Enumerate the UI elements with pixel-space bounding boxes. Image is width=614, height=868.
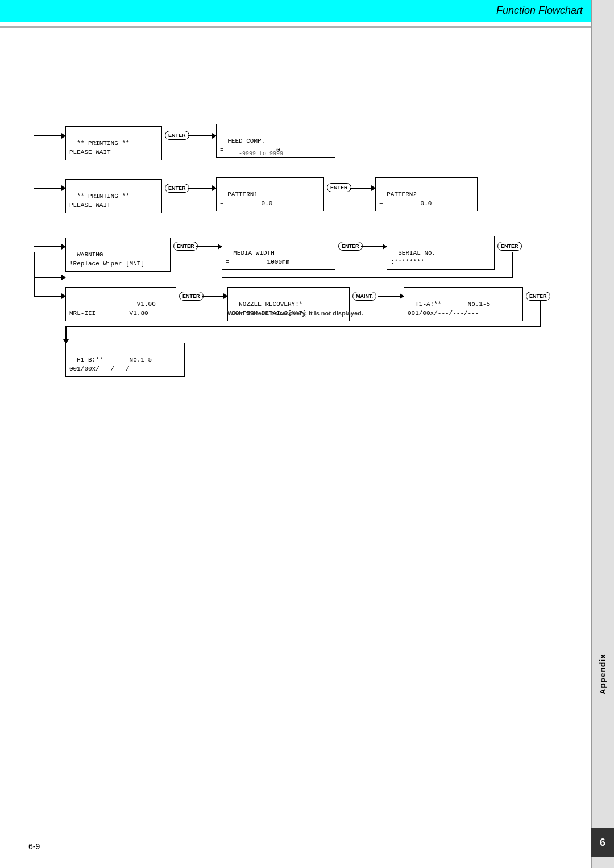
arrow-row1-to-box1 bbox=[34, 135, 65, 136]
divider-line bbox=[0, 26, 591, 28]
appendix-number-box: 6 bbox=[591, 828, 614, 857]
box-row3-mediawidth: MEDIA WIDTH = 1000mm bbox=[222, 236, 335, 270]
appendix-text: Appendix bbox=[598, 654, 607, 695]
box-row2-printing: ** PRINTING ** PLEASE WAIT bbox=[65, 179, 162, 213]
enter-btn-row3-after-serial[interactable]: ENTER bbox=[497, 242, 522, 251]
connector-row3-left bbox=[222, 277, 513, 278]
box-row4-h1a: H1-A:** No.1-5 001/00x/---/---/--- bbox=[404, 287, 523, 321]
enter-btn-row4[interactable]: ENTER bbox=[179, 292, 204, 301]
page-number: 6-9 bbox=[28, 842, 40, 851]
arrow-row3-enter-box2 bbox=[196, 246, 222, 247]
box-row5-h1b: H1-B:** No.1-5 001/00x/---/---/--- bbox=[65, 343, 185, 377]
connector-row4-left bbox=[65, 326, 541, 327]
box-row2-pattern2: PATTERN2 = 0.0 bbox=[375, 177, 478, 211]
enter-btn-row4-h1a[interactable]: ENTER bbox=[526, 292, 550, 301]
enter-btn-row3[interactable]: ENTER bbox=[173, 242, 198, 251]
appendix-label: Appendix bbox=[591, 654, 614, 700]
range-text-row1: -9999 to 9999 bbox=[239, 151, 283, 157]
enter-btn-row2[interactable]: ENTER bbox=[165, 184, 189, 193]
box-row4-mrl: V1.00 MRL-III V1.80 bbox=[65, 287, 176, 321]
arrow-row4-maint-box3 bbox=[378, 296, 404, 297]
enter-btn-row3-serial[interactable]: ENTER bbox=[338, 242, 363, 251]
arrow-row1-enter-box2 bbox=[188, 135, 216, 136]
arrow-row4-start bbox=[34, 296, 65, 297]
arrow-row4-enter-box2 bbox=[202, 296, 227, 297]
enter-btn-row1[interactable]: ENTER bbox=[165, 131, 189, 140]
arrow-row3-start bbox=[34, 246, 65, 247]
box-row1-printing: ** PRINTING ** PLEASE WAIT bbox=[65, 126, 162, 160]
arrow-row5-down bbox=[65, 326, 67, 343]
arrow-row2-start bbox=[34, 188, 65, 189]
enter-btn-row2-p2[interactable]: ENTER bbox=[327, 183, 351, 192]
connector-row3-to-row4 bbox=[34, 252, 35, 296]
arrow-row3-serial bbox=[361, 246, 387, 247]
box-row3-warning: WARNING !Replace Wiper [MNT] bbox=[65, 238, 171, 272]
maint-btn-row4[interactable]: MAINT. bbox=[352, 292, 376, 301]
box-row3-serial: SERIAL No. :******** bbox=[387, 236, 495, 270]
arrow-row2-pattern2 bbox=[350, 188, 375, 189]
connector-row4-down bbox=[540, 301, 541, 327]
right-tab-area: Appendix 6 bbox=[591, 0, 614, 868]
page-title: Function Flowchart bbox=[496, 5, 583, 16]
note-no-recovery: When there is no recovery, it is not dis… bbox=[227, 310, 363, 317]
arrow-row2-enter-box2 bbox=[188, 188, 216, 189]
box-row2-pattern1: PATTERN1 = 0.0 bbox=[216, 177, 324, 211]
arrow-row3-to-row4 bbox=[34, 277, 65, 278]
connector-row3-down bbox=[512, 252, 513, 277]
